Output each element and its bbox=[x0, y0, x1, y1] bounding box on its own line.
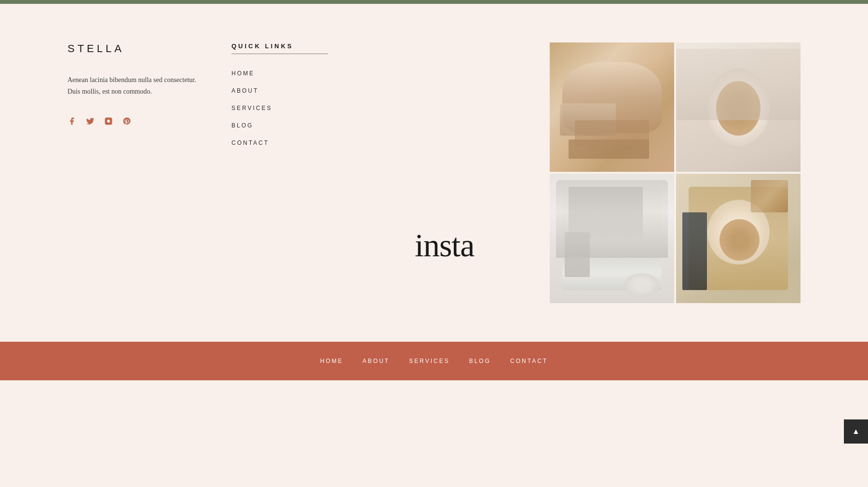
nav-link-blog[interactable]: BLOG bbox=[231, 122, 253, 129]
nav-link-contact[interactable]: CONTACT bbox=[231, 139, 269, 146]
chevron-up-icon: ▲ bbox=[852, 427, 860, 436]
quick-links-column: QUICK LINKS HOME ABOUT SERVICES BLOG CON… bbox=[231, 33, 328, 313]
insta-grid bbox=[550, 42, 800, 303]
brand-description: Aenean lacinia bibendum nulla sed consec… bbox=[68, 74, 203, 97]
footer-nav-services[interactable]: SERVICES bbox=[409, 358, 449, 364]
quick-links-title: QUICK LINKS bbox=[231, 42, 328, 50]
footer-nav: HOME ABOUT SERVICES BLOG CONTACT bbox=[320, 358, 548, 364]
facebook-icon[interactable] bbox=[68, 117, 76, 128]
list-item: HOME bbox=[231, 69, 328, 77]
brand-name: STELLA bbox=[68, 42, 203, 55]
top-accent-bar bbox=[0, 0, 868, 4]
nav-link-services[interactable]: SERVICES bbox=[231, 105, 272, 111]
social-icons bbox=[68, 117, 203, 128]
instagram-icon[interactable] bbox=[104, 117, 113, 128]
footer-nav-contact[interactable]: CONTACT bbox=[510, 358, 548, 364]
nav-link-about[interactable]: ABOUT bbox=[231, 87, 258, 94]
list-item: ABOUT bbox=[231, 86, 328, 95]
list-item: SERVICES bbox=[231, 103, 328, 112]
insta-label: insta bbox=[415, 226, 474, 264]
footer-nav-about[interactable]: ABOUT bbox=[363, 358, 390, 364]
quick-links-divider bbox=[231, 54, 328, 54]
quick-links-list: HOME ABOUT SERVICES BLOG CONTACT bbox=[231, 69, 328, 147]
footer: HOME ABOUT SERVICES BLOG CONTACT bbox=[0, 342, 868, 380]
twitter-icon[interactable] bbox=[86, 117, 95, 128]
insta-photo-2[interactable] bbox=[676, 42, 800, 172]
nav-link-home[interactable]: HOME bbox=[231, 70, 255, 77]
insta-photo-1[interactable] bbox=[550, 42, 674, 172]
pinterest-icon[interactable] bbox=[122, 117, 131, 128]
insta-photo-4[interactable] bbox=[676, 174, 800, 303]
insta-column: insta bbox=[357, 33, 829, 313]
insta-photo-3[interactable] bbox=[550, 174, 674, 303]
list-item: CONTACT bbox=[231, 138, 328, 147]
footer-nav-home[interactable]: HOME bbox=[320, 358, 343, 364]
brand-column: STELLA Aenean lacinia bibendum nulla sed… bbox=[68, 33, 203, 313]
back-to-top-button[interactable]: ▲ bbox=[844, 419, 868, 444]
footer-nav-blog[interactable]: BLOG bbox=[469, 358, 491, 364]
list-item: BLOG bbox=[231, 121, 328, 129]
main-content: STELLA Aenean lacinia bibendum nulla sed… bbox=[0, 4, 868, 342]
